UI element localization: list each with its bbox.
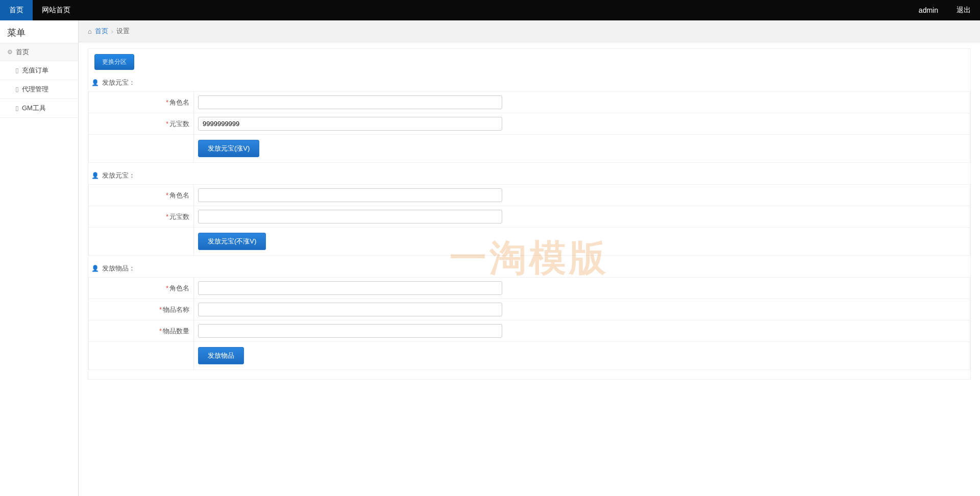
gear-icon: ⚙ xyxy=(7,48,13,56)
sidebar-item-gmtools[interactable]: ▯ GM工具 xyxy=(0,99,78,118)
breadcrumb-home-link[interactable]: 首页 xyxy=(95,27,108,36)
person-icon: 👤 xyxy=(91,265,99,272)
section-title-item: 👤 发放物品： xyxy=(88,256,970,277)
nav-home[interactable]: 首页 xyxy=(0,0,33,20)
breadcrumb: ⌂ 首页 › 设置 xyxy=(79,20,980,42)
form-yuanbao-nov: *角色名 *元宝数 发放元宝(不涨V) xyxy=(88,184,970,256)
label-role: 角色名 xyxy=(169,191,189,199)
label-role: 角色名 xyxy=(169,98,189,106)
label-item: 物品名称 xyxy=(163,306,189,313)
submit-item-button[interactable]: 发放物品 xyxy=(198,347,244,364)
input-role-2[interactable] xyxy=(198,188,502,202)
sidebar-title: 菜单 xyxy=(0,20,78,43)
form-yuanbao-v: *角色名 *元宝数 发放元宝(涨V) xyxy=(88,91,970,163)
sidebar-item-recharge[interactable]: ▯ 充值订单 xyxy=(0,61,78,80)
document-icon: ▯ xyxy=(15,67,19,74)
nav-site-home[interactable]: 网站首页 xyxy=(33,0,80,20)
section-title-yuanbao-v: 👤 发放元宝： xyxy=(88,70,970,91)
topbar: 首页 网站首页 admin 退出 xyxy=(0,0,980,20)
sidebar-item-label: GM工具 xyxy=(22,104,46,113)
nav-logout[interactable]: 退出 xyxy=(947,0,980,20)
input-item-name[interactable] xyxy=(198,303,502,316)
person-icon: 👤 xyxy=(91,79,99,86)
submit-yuanbao-nov-button[interactable]: 发放元宝(不涨V) xyxy=(198,233,266,250)
input-role-3[interactable] xyxy=(198,281,502,295)
sidebar: 菜单 ⚙ 首页 ▯ 充值订单 ▯ 代理管理 ▯ GM工具 xyxy=(0,20,79,496)
document-icon: ▯ xyxy=(15,105,19,112)
form-item: *角色名 *物品名称 *物品数量 发放物品 xyxy=(88,277,970,370)
sidebar-parent-home[interactable]: ⚙ 首页 xyxy=(0,43,78,61)
home-icon: ⌂ xyxy=(88,28,92,35)
person-icon: 👤 xyxy=(91,172,99,179)
section-title-yuanbao-nov: 👤 发放元宝： xyxy=(88,163,970,184)
sidebar-item-label: 代理管理 xyxy=(22,85,48,94)
sidebar-item-agent[interactable]: ▯ 代理管理 xyxy=(0,80,78,99)
breadcrumb-current: 设置 xyxy=(116,27,130,36)
document-icon: ▯ xyxy=(15,86,19,93)
label-amount: 元宝数 xyxy=(169,213,189,220)
input-amount-2[interactable] xyxy=(198,210,502,224)
label-role: 角色名 xyxy=(169,284,189,292)
submit-yuanbao-v-button[interactable]: 发放元宝(涨V) xyxy=(198,140,259,157)
nav-user[interactable]: admin xyxy=(910,0,947,20)
breadcrumb-separator: › xyxy=(111,28,113,35)
sidebar-item-label: 充值订单 xyxy=(22,66,48,75)
input-role-1[interactable] xyxy=(198,95,502,109)
main-panel: 更换分区 👤 发放元宝： *角色名 *元宝数 发放元宝(涨V) xyxy=(88,48,971,380)
label-qty: 物品数量 xyxy=(163,327,189,335)
sidebar-parent-label: 首页 xyxy=(16,47,29,57)
input-amount-1[interactable] xyxy=(198,117,502,131)
switch-zone-button[interactable]: 更换分区 xyxy=(94,54,134,70)
label-amount: 元宝数 xyxy=(169,120,189,128)
input-item-qty[interactable] xyxy=(198,324,502,338)
